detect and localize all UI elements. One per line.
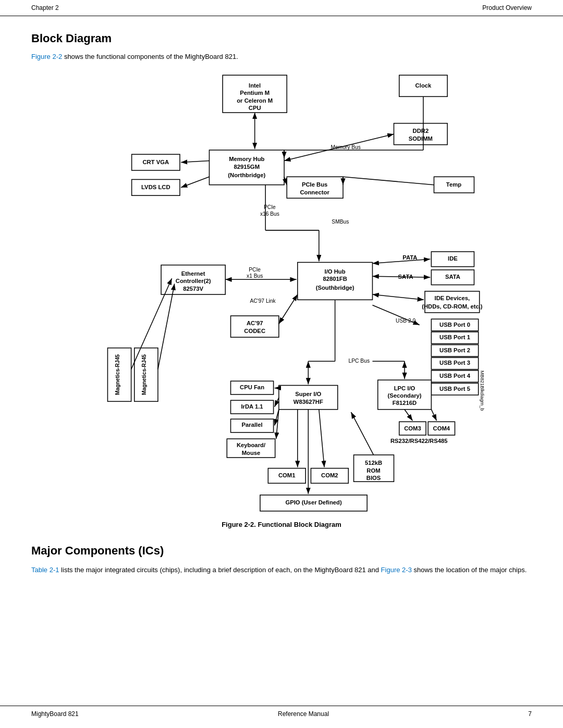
lpc-bus-label: LPC Bus [349,358,370,364]
parallel-text: Parallel [242,422,263,428]
pcie-conn-text1: PCIe Bus [302,181,327,188]
usb-20-label: USB 2.0 [396,318,415,324]
page: Chapter 2 Product Overview Block Diagram… [0,0,563,728]
com4-line [431,410,436,421]
temp-line [343,177,434,184]
usb0-text: USB Port 0 [439,322,470,328]
page-content: Block Diagram Figure 2-2 shows the funct… [0,16,563,597]
body-text-end: shows the location of the major chips. [413,566,527,574]
mh-text2: 82915GM [234,164,260,170]
footer-left: MightyBoard 821 [31,710,79,718]
ac97-text1: AC'97 [247,320,263,326]
sio-text1: Super I/O [295,391,321,397]
kb-text1: Keyboard/ [237,442,266,448]
smbus-label: SMBus [332,219,349,225]
ac97-conn-line [279,294,298,324]
com3-text: COM3 [404,425,421,431]
sio-text2: W83627HF [293,399,323,405]
lvds-text: LVDS LCD [141,184,170,190]
clock-text: Clock [415,82,432,89]
lpcio-text2: (Secondary) [387,392,421,399]
ide-text: IDE [448,255,458,262]
ac97-text2: CODEC [244,328,265,334]
super-io-box [279,386,338,410]
lvds-line [181,177,209,188]
com1-text: COM1 [278,472,296,478]
sata-text: SATA [445,274,460,280]
eth-text1: Ethernet [181,270,205,277]
ide-line [372,259,430,263]
ioh-text3: (Southbridge) [316,285,354,291]
irda-text: IrDA 1.1 [241,403,263,410]
cpu-text3: or Celeron M [237,97,273,104]
mag2-text: Magnetics-RJ45 [141,354,147,395]
block-diagram-svg: Intel Pentium M or Celeron M CPU Clock D… [78,70,485,514]
ide-devices-box [425,291,480,313]
figure-2-3-link[interactable]: Figure 2-3 [381,566,412,574]
eth-text3: 82573V [183,286,203,292]
com2-text: COM2 [321,472,338,478]
ide-dev-text2: (HDDs, CD-ROM, etc.) [422,303,483,310]
section-label: Product Overview [482,4,532,11]
cpu-fan-text: CPU Fan [240,384,264,390]
memory-bus-label: Memory Bus [331,144,361,150]
sata-line [372,276,430,277]
cpu-text: Intel [249,82,261,89]
lpcio-text3: F81216D [393,400,417,406]
intro-paragraph: Figure 2-2 shows the functional componen… [31,53,532,60]
table-2-1-link[interactable]: Table 2-1 [31,566,59,574]
ioh-text1: I/O Hub [325,268,346,275]
mag2-eth-line [158,284,175,369]
pcie-x1-label: PCIe [249,267,261,273]
com4-text: COM4 [433,425,450,431]
ddr2-text2: SODIMM [409,135,433,142]
diagram-id-label: MB821Blkdiagm_b [480,371,485,411]
kb-text2: Mouse [242,450,261,456]
footer-right: 7 [528,710,532,718]
intro-text-rest: shows the functional components of the M… [64,53,238,60]
body-text-1: lists the major integrated circuits (chi… [61,566,381,574]
pcie-x1-label2: x1 Bus [247,273,263,279]
ide-dev-text1: IDE Devices, [435,295,470,301]
ddr2-text1: DDR2 [412,128,429,134]
major-components-title: Major Components (ICs) [31,544,532,558]
irda-conn-line [275,398,279,406]
lpcio-text1: LPC I/O [394,385,415,391]
cpu-text4: CPU [249,105,261,111]
pata-label: PATA [402,254,417,261]
com3-line [405,410,412,421]
mh-text3: (Northbridge) [228,172,265,178]
crt-vga-text: CRT VGA [142,159,169,165]
pcie-conn-text2: Connector [300,189,329,195]
major-components-text: Table 2-1 lists the major integrated cir… [31,565,532,576]
usb3-text: USB Port 3 [439,360,470,366]
crt-line [181,161,209,162]
block-diagram-title: Block Diagram [31,32,532,45]
footer-center: Reference Manual [278,710,329,718]
idedev-line [372,294,424,300]
diagram-container: Intel Pentium M or Celeron M CPU Clock D… [78,70,485,515]
bios-text1: 512kB [365,460,382,466]
usb2-text: USB Port 2 [439,347,470,353]
ac97-link-label: AC'97 Link [250,298,276,304]
pcie-x16-label2: x16 Bus [260,211,279,217]
page-footer: MightyBoard 821 Reference Manual 7 [0,706,563,718]
usb1-text: USB Port 1 [439,334,470,340]
cpu-text2: Pentium M [240,90,270,96]
usb4-text: USB Port 4 [439,373,471,379]
gpio-text: GPIO (User Defined) [285,499,342,505]
mag1-text: Magnetics-RJ45 [115,354,120,395]
mh-text1: Memory Hub [229,156,264,162]
figure-2-2-link[interactable]: Figure 2-2 [31,53,62,60]
ac97-box [231,316,279,337]
page-header: Chapter 2 Product Overview [0,0,563,16]
eth-text2: Controller(2) [176,278,211,284]
temp-text: Temp [446,181,461,188]
bios-text2: ROM [366,467,380,474]
rs232-text: RS232/RS422/RS485 [390,438,448,444]
com2-line [319,410,324,467]
chapter-label: Chapter 2 [31,4,59,11]
bios-text3: BIOS [366,475,381,481]
bios-line [351,412,373,455]
usb5-text: USB Port 5 [439,386,470,392]
